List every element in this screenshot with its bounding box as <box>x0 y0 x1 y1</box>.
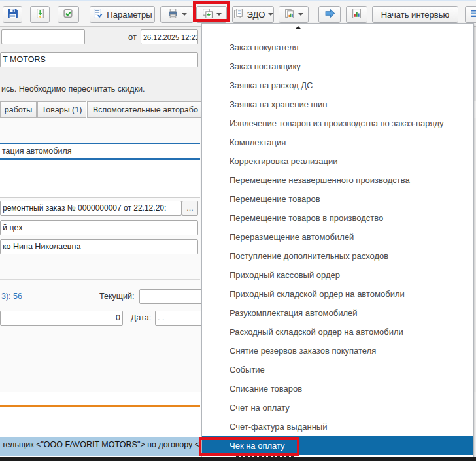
workshop-field[interactable]: й цех <box>0 220 198 235</box>
copy-report-button[interactable] <box>279 6 309 23</box>
post-document-icon <box>35 8 46 21</box>
app-window: Параметры ЭДО <box>0 0 476 461</box>
tab-goods[interactable]: Товары (1) <box>37 101 86 118</box>
parameters-label: Параметры <box>107 10 152 20</box>
current-label: Текущий: <box>99 292 134 301</box>
menu-item-pererazmeschenie-avtomobiley[interactable]: Переразмещение автомобилей <box>202 228 473 247</box>
bottom-window-edge <box>0 457 476 461</box>
next-date-field[interactable]: . . <box>155 311 204 326</box>
menu-item-zakaz-postavschiku[interactable]: Заказ поставщику <box>202 57 473 76</box>
document-date-field[interactable]: 26.12.2025 12:23:52 <box>141 29 198 44</box>
payer-info-row[interactable]: тельщик <"ООО FAVORIT MOTORS"> по догово… <box>0 437 200 456</box>
zero-value-field[interactable]: 0 <box>0 311 123 326</box>
selected-work-row[interactable]: тация автомобиля <box>0 143 200 160</box>
print-icon <box>167 8 178 21</box>
parameters-icon <box>92 8 103 21</box>
post-document-button[interactable] <box>30 6 50 23</box>
current-value-field[interactable] <box>139 289 205 304</box>
menu-item-peremeschenie-nezavershennogo[interactable]: Перемещение незавершенного производства <box>202 171 473 190</box>
date-label: Дата: <box>131 313 151 322</box>
menu-item-razukomplektatsiya[interactable]: Разукомплектация автомобилей <box>202 303 473 322</box>
verify-button[interactable] <box>58 6 79 23</box>
create-based-on-dropdown-menu: Заказ покупателя Заказ поставщику Заявка… <box>201 23 474 461</box>
menu-item-snyatie-rezervov[interactable]: Снятие резервов заказов покупателя <box>202 341 473 360</box>
menu-item-postuplenie-rashodov[interactable]: Поступление дополнительных расходов <box>202 247 473 265</box>
footer-area <box>0 407 200 437</box>
divider <box>0 279 200 280</box>
caret-down-icon <box>182 13 187 16</box>
menu-item-prihodny-skladskoy-order[interactable]: Приходный складской ордер на автомобили <box>202 284 473 303</box>
annotation-red-box-menu-item <box>199 437 299 456</box>
works-table-area <box>0 160 200 198</box>
verify-check-icon <box>63 8 74 21</box>
report-button[interactable] <box>346 6 367 23</box>
print-button[interactable] <box>160 6 194 23</box>
menu-item-peremeschenie-v-proizvodstvo[interactable]: Перемещение товаров в производство <box>202 209 473 228</box>
scroll-up-arrow-icon <box>295 26 301 29</box>
parameters-button[interactable]: Параметры <box>90 6 155 23</box>
report-chart-icon <box>351 8 362 21</box>
forward-button[interactable] <box>318 6 341 23</box>
edo-button[interactable]: ЭДО <box>232 6 274 23</box>
save-button[interactable] <box>3 6 22 23</box>
menu-item-zayavka-hranenie-shin[interactable]: Заявка на хранение шин <box>202 95 473 114</box>
caret-down-icon <box>298 13 303 16</box>
forward-arrow-icon <box>324 8 335 21</box>
copy-report-icon <box>284 8 295 21</box>
menu-item-schet-faktura[interactable]: Счет-фактура выданный <box>202 417 473 436</box>
menu-item-komplektatsiya[interactable]: Комплектация <box>202 133 473 152</box>
start-interview-button[interactable]: Начать интервью <box>372 6 458 23</box>
summary-button[interactable] <box>465 6 476 23</box>
mileage-link[interactable]: 3): 56 <box>1 292 22 301</box>
save-icon <box>7 8 18 21</box>
summary-list-icon <box>469 8 476 21</box>
caret-down-icon <box>268 13 273 16</box>
menu-item-korrektirovka-realizatsii[interactable]: Корректировка реализации <box>202 152 473 171</box>
menu-item-zayavka-rashod-ds[interactable]: Заявка на расход ДС <box>202 76 473 95</box>
repair-order-picker-button[interactable]: ... <box>182 201 198 216</box>
menu-item-prihodny-kassovy-order[interactable]: Приходный кассовый ордер <box>202 265 473 284</box>
menu-item-peremeschenie-tovarov[interactable]: Перемещение товаров <box>202 190 473 209</box>
menu-scroll-up-button[interactable] <box>202 24 473 31</box>
divider <box>0 139 200 139</box>
start-interview-label: Начать интервью <box>381 10 450 20</box>
document-number-field[interactable] <box>1 29 85 44</box>
organization-field[interactable]: Т MOTORS <box>0 52 198 67</box>
tab-works[interactable]: работы <box>0 101 37 118</box>
annotation-red-box-toolbar <box>193 1 230 22</box>
menu-item-list: Заказ покупателя Заказ поставщику Заявка… <box>202 31 473 458</box>
menu-item-zakaz-pokupatelya[interactable]: Заказ покупателя <box>202 38 473 57</box>
repair-order-field[interactable]: ремонтный заказ № 0000000007 от 22.12.20… <box>0 201 182 216</box>
edo-label: ЭДО <box>247 10 265 20</box>
menu-item-spisanie-tovarov[interactable]: Списание товаров <box>202 379 473 398</box>
footer-spacer <box>0 392 200 405</box>
menu-item-rashodny-skladskoy-order[interactable]: Расходный складской ордер на автомобили <box>202 322 473 341</box>
edo-documents-icon <box>233 8 244 21</box>
menu-item-schet-na-oplatu[interactable]: Счет на оплату <box>202 398 473 417</box>
menu-item-sobytie[interactable]: Событие <box>202 360 473 379</box>
responsible-person-field[interactable]: ко Нина Николаевна <box>0 239 198 254</box>
discount-warning-text: ись. Необходимо пересчитать скидки. <box>1 84 145 94</box>
menu-item-izvlechenie-tovarov[interactable]: Извлечение товаров из производства по за… <box>202 114 473 133</box>
ot-label: от <box>128 32 137 42</box>
